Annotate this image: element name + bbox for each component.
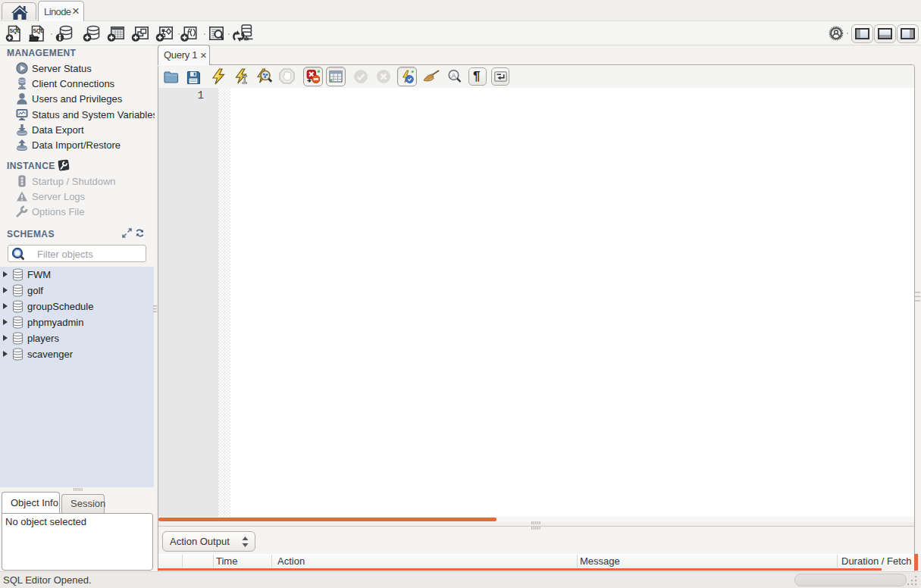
svg-text:A: A (452, 72, 456, 80)
svg-text:SQL: SQL (33, 28, 44, 34)
svg-text:SQL: SQL (9, 28, 20, 34)
